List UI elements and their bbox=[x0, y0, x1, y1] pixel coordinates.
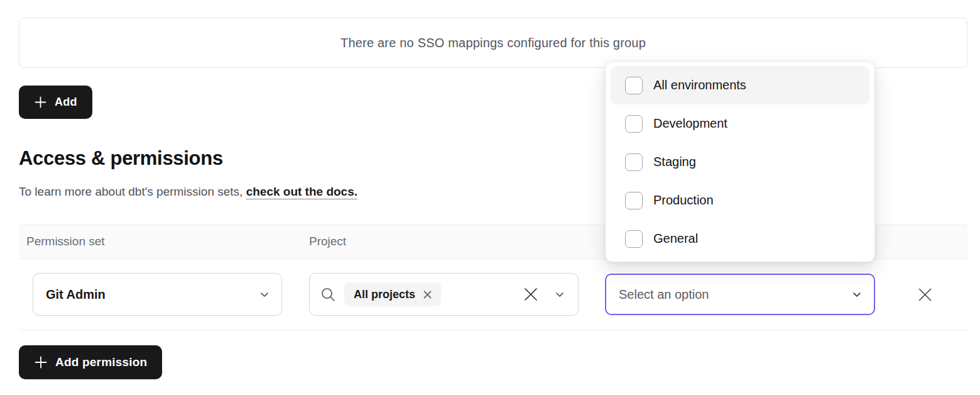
option-label: Production bbox=[653, 193, 714, 208]
sso-empty-message: There are no SSO mappings configured for… bbox=[340, 36, 646, 50]
access-permissions-subtitle: To learn more about dbt's permission set… bbox=[19, 185, 357, 199]
sso-mappings-empty-box: There are no SSO mappings configured for… bbox=[19, 18, 967, 68]
add-sso-mapping-button[interactable]: Add bbox=[19, 86, 92, 119]
plus-icon bbox=[34, 96, 47, 109]
chevron-down-icon bbox=[851, 289, 863, 300]
add-permission-label: Add permission bbox=[55, 355, 147, 369]
dropdown-option-production[interactable]: Production bbox=[611, 181, 869, 220]
environment-dropdown-menu: All environments Development Staging Pro… bbox=[605, 61, 875, 262]
checkbox[interactable] bbox=[625, 153, 643, 171]
permission-set-select[interactable]: Git Admin bbox=[33, 273, 282, 316]
option-label: All environments bbox=[653, 78, 746, 92]
permission-table-row: Git Admin All projects Select an option bbox=[19, 260, 967, 330]
option-label: General bbox=[653, 231, 698, 246]
checkbox[interactable] bbox=[625, 115, 643, 133]
remove-permission-row-button[interactable] bbox=[908, 277, 942, 311]
search-icon bbox=[320, 286, 337, 303]
chevron-down-icon bbox=[554, 289, 565, 300]
environment-select[interactable]: Select an option bbox=[605, 274, 875, 315]
clear-selection-icon[interactable] bbox=[523, 286, 539, 303]
plus-icon bbox=[34, 355, 48, 369]
option-label: Staging bbox=[653, 155, 696, 169]
chip-remove-icon[interactable] bbox=[423, 291, 432, 299]
add-button-label: Add bbox=[55, 96, 77, 109]
chevron-down-icon bbox=[259, 289, 270, 300]
option-label: Development bbox=[653, 116, 727, 131]
environment-placeholder: Select an option bbox=[619, 287, 851, 302]
column-header-project: Project bbox=[309, 225, 346, 259]
dropdown-option-general[interactable]: General bbox=[611, 220, 869, 258]
project-multiselect[interactable]: All projects bbox=[309, 273, 579, 316]
dropdown-option-development[interactable]: Development bbox=[611, 104, 869, 143]
column-header-permission-set: Permission set bbox=[26, 225, 105, 259]
add-permission-button[interactable]: Add permission bbox=[19, 345, 162, 379]
checkbox[interactable] bbox=[625, 230, 643, 248]
subtitle-text: To learn more about dbt's permission set… bbox=[19, 185, 242, 198]
access-permissions-title: Access & permissions bbox=[19, 147, 223, 170]
dropdown-option-staging[interactable]: Staging bbox=[611, 143, 869, 181]
close-icon bbox=[917, 287, 933, 303]
selected-project-chip[interactable]: All projects bbox=[344, 282, 441, 306]
docs-link[interactable]: check out the docs. bbox=[246, 185, 357, 198]
checkbox[interactable] bbox=[625, 192, 643, 209]
chip-label: All projects bbox=[354, 288, 415, 301]
dropdown-option-all-environments[interactable]: All environments bbox=[611, 66, 869, 104]
permission-set-value: Git Admin bbox=[46, 287, 259, 302]
checkbox[interactable] bbox=[625, 77, 643, 94]
